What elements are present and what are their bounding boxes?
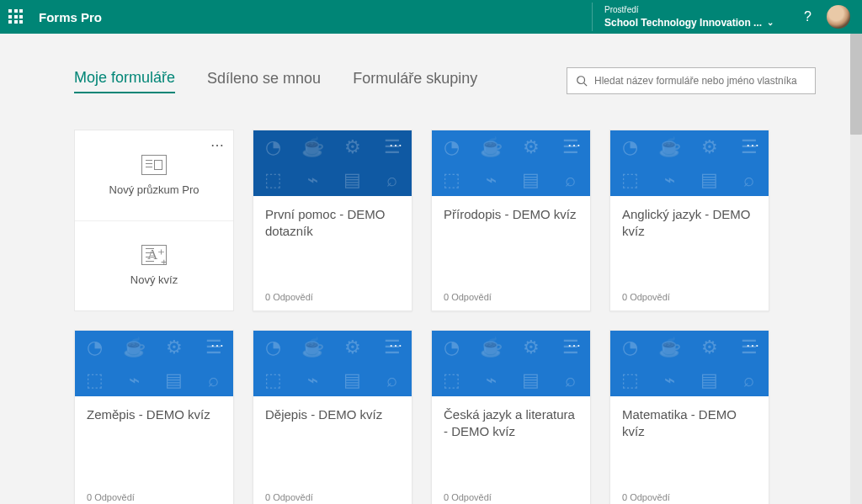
more-icon[interactable]: ⋯ — [210, 337, 225, 353]
card-title: Česká jazyk a literatura - DEMO kvíz — [444, 406, 578, 439]
card-responses: 0 Odpovědí — [87, 492, 221, 502]
environment-picker[interactable]: Prostředí School Technology Innovation .… — [592, 3, 789, 32]
scrollbar[interactable] — [850, 34, 862, 504]
card-title: Přírodopis - DEMO kvíz — [444, 206, 578, 223]
card-thumbnail: ◔☕⚙☰⬚⌁▤⌕ ⋯ — [253, 130, 412, 196]
app-title: Forms Pro — [39, 10, 102, 24]
form-card[interactable]: ◔☕⚙☰⬚⌁▤⌕ ⋯ Zeměpis - DEMO kvíz 0 Odpověd… — [74, 330, 234, 504]
svg-line-1 — [584, 83, 588, 87]
top-bar: Forms Pro Prostředí School Technology In… — [0, 0, 862, 34]
search-input[interactable] — [594, 75, 806, 87]
environment-name: School Technology Innovation ... ⌄ — [604, 16, 774, 30]
more-icon[interactable]: ⋯ — [567, 337, 582, 353]
card-title: Matematika - DEMO kvíz — [622, 406, 757, 439]
quiz-icon: A⁺ + — [141, 245, 167, 265]
scroll-thumb[interactable] — [850, 34, 862, 135]
new-quiz-label: Nový kvíz — [130, 273, 178, 286]
more-icon[interactable]: ⋯ — [746, 137, 760, 153]
new-survey-label: Nový průzkum Pro — [109, 183, 200, 196]
more-icon[interactable]: ⋯ — [567, 137, 582, 153]
tab-shared-with-me[interactable]: Sdíleno se mnou — [207, 70, 321, 93]
card-responses: 0 Odpovědí — [622, 292, 757, 302]
tab-group-forms[interactable]: Formuláře skupiny — [353, 70, 477, 93]
help-button[interactable]: ? — [789, 9, 827, 24]
card-thumbnail: ◔☕⚙☰⬚⌁▤⌕ ⋯ — [610, 130, 769, 196]
card-title: Dějepis - DEMO kvíz — [265, 406, 400, 423]
environment-label: Prostředí — [604, 4, 774, 16]
tab-my-forms[interactable]: Moje formuláře — [74, 69, 175, 93]
more-icon[interactable]: ⋯ — [389, 337, 403, 353]
card-responses: 0 Odpovědí — [265, 292, 400, 302]
chevron-down-icon: ⌄ — [767, 17, 774, 29]
survey-icon — [141, 155, 167, 175]
form-card[interactable]: ◔☕⚙☰⬚⌁▤⌕ ⋯ První pomoc - DEMO dotazník 0… — [253, 130, 412, 311]
app-launcher-icon[interactable] — [8, 9, 24, 24]
form-card[interactable]: ◔☕⚙☰⬚⌁▤⌕ ⋯ Přírodopis - DEMO kvíz 0 Odpo… — [431, 130, 591, 311]
card-thumbnail: ◔☕⚙☰⬚⌁▤⌕ ⋯ — [610, 331, 769, 396]
card-responses: 0 Odpovědí — [622, 492, 757, 502]
search-box[interactable] — [567, 67, 816, 94]
content: Moje formuláře Sdíleno se mnou Formuláře… — [0, 34, 862, 504]
tabs-row: Moje formuláře Sdíleno se mnou Formuláře… — [74, 67, 816, 94]
form-card[interactable]: ◔☕⚙☰⬚⌁▤⌕ ⋯ Matematika - DEMO kvíz 0 Odpo… — [609, 330, 769, 504]
search-icon — [576, 75, 588, 87]
card-title: Anglický jazyk - DEMO kvíz — [622, 206, 757, 239]
card-responses: 0 Odpovědí — [265, 492, 400, 502]
card-thumbnail: ◔☕⚙☰⬚⌁▤⌕ ⋯ — [432, 331, 590, 396]
more-icon[interactable]: ⋯ — [389, 137, 403, 153]
new-quiz-button[interactable]: A⁺ + Nový kvíz — [75, 220, 233, 311]
card-title: Zeměpis - DEMO kvíz — [87, 406, 221, 423]
svg-point-0 — [577, 77, 585, 84]
new-card: ⋯ Nový průzkum Pro A⁺ + Nový kvíz — [74, 130, 234, 311]
card-title: První pomoc - DEMO dotazník — [265, 206, 400, 239]
search-wrap — [567, 67, 816, 94]
form-card[interactable]: ◔☕⚙☰⬚⌁▤⌕ ⋯ Anglický jazyk - DEMO kvíz 0 … — [609, 130, 769, 311]
card-thumbnail: ◔☕⚙☰⬚⌁▤⌕ ⋯ — [253, 331, 412, 396]
card-thumbnail: ◔☕⚙☰⬚⌁▤⌕ ⋯ — [432, 130, 590, 196]
avatar[interactable] — [827, 5, 850, 29]
card-responses: 0 Odpovědí — [444, 492, 578, 502]
card-thumbnail: ◔☕⚙☰⬚⌁▤⌕ ⋯ — [75, 331, 233, 396]
environment-name-text: School Technology Innovation ... — [604, 16, 762, 30]
more-icon[interactable]: ⋯ — [746, 337, 760, 353]
forms-grid: ⋯ Nový průzkum Pro A⁺ + Nový kvíz ◔☕⚙☰⬚⌁… — [74, 130, 816, 504]
new-survey-button[interactable]: Nový průzkum Pro — [75, 130, 233, 220]
more-icon[interactable]: ⋯ — [210, 137, 225, 153]
form-card[interactable]: ◔☕⚙☰⬚⌁▤⌕ ⋯ Česká jazyk a literatura - DE… — [431, 330, 591, 504]
card-responses: 0 Odpovědí — [444, 292, 578, 302]
form-card[interactable]: ◔☕⚙☰⬚⌁▤⌕ ⋯ Dějepis - DEMO kvíz 0 Odpověd… — [253, 330, 412, 504]
